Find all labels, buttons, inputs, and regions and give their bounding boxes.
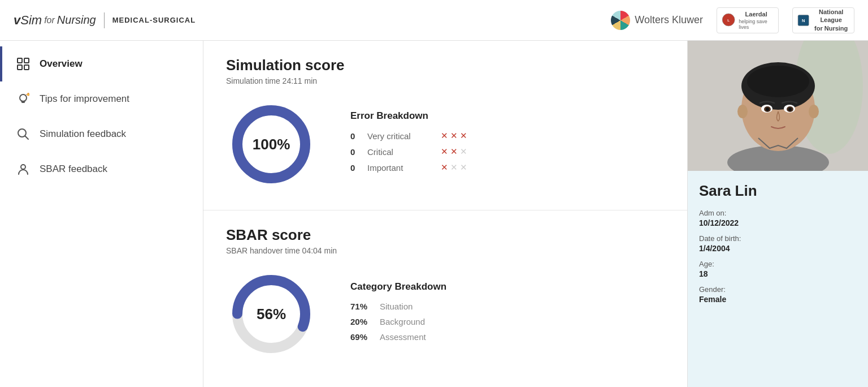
svg-rect-7 — [24, 65, 29, 70]
x-red-c1: ✕ — [441, 147, 448, 157]
x-red-3: ✕ — [460, 131, 467, 141]
x-gray-c3: ✕ — [460, 147, 467, 157]
wk-globe-icon — [611, 11, 630, 30]
x-red-c2: ✕ — [450, 147, 458, 157]
very-critical-label: Very critical — [367, 131, 435, 141]
cat-row-assessment: 69% Assessment — [350, 332, 665, 342]
x-gray-i3: ✕ — [460, 162, 467, 173]
lightbulb-icon — [16, 92, 31, 106]
adm-value: 10/12/2022 — [699, 218, 857, 227]
svg-point-33 — [766, 108, 769, 111]
svg-rect-5 — [24, 58, 29, 63]
logo-sim: Sim — [20, 13, 42, 28]
simulation-score-body: 100% Error Breakdown 0 Very critical ✕ ✕… — [226, 99, 665, 190]
assessment-pct: 69% — [350, 332, 372, 342]
search-icon — [16, 127, 31, 141]
age-label: Age: — [699, 260, 857, 268]
sidebar-label-overview: Overview — [40, 58, 83, 70]
sbar-score-body: 56% Category Breakdown 71% Situation 20%… — [226, 269, 665, 359]
logo-subtitle: MEDICAL-SURGICAL — [112, 16, 196, 24]
gender-value: Female — [699, 295, 857, 304]
svg-point-34 — [788, 108, 792, 111]
svg-text:L: L — [727, 19, 730, 23]
svg-point-26 — [747, 66, 809, 97]
simulation-score-time: Simulation time 24:11 min — [226, 76, 665, 85]
cat-row-background: 20% Background — [350, 317, 665, 326]
error-breakdown-title: Error Breakdown — [350, 110, 665, 122]
simulation-donut: 100% — [226, 99, 316, 190]
background-label: Background — [380, 317, 425, 326]
x-red-i1: ✕ — [441, 162, 448, 173]
nln-name-2: for Nursing — [813, 24, 849, 32]
sidebar-label-sbar-feedback: SBAR feedback — [40, 164, 107, 175]
svg-rect-4 — [18, 58, 22, 63]
simulation-score-title: Simulation score — [226, 57, 665, 74]
situation-label: Situation — [380, 302, 413, 311]
critical-icons: ✕ ✕ ✕ — [441, 147, 467, 157]
x-red-2: ✕ — [450, 131, 458, 141]
sbar-donut: 56% — [226, 269, 316, 359]
svg-rect-6 — [18, 65, 22, 70]
sidebar-item-overview[interactable]: Overview — [0, 46, 203, 81]
main-layout: Overview Tips for improvement — [0, 41, 868, 387]
person-icon — [16, 162, 31, 177]
simulation-score-section: Simulation score Simulation time 24:11 m… — [203, 41, 687, 210]
nln-name-1: National League — [813, 8, 849, 24]
svg-point-28 — [809, 105, 819, 118]
sbar-score-pct: 56% — [257, 306, 286, 323]
assessment-label: Assessment — [380, 332, 426, 342]
svg-point-27 — [737, 105, 748, 118]
adm-label: Adm on: — [699, 209, 857, 217]
important-icons: ✕ ✕ ✕ — [441, 162, 467, 173]
main-content: Simulation score Simulation time 24:11 m… — [203, 41, 687, 387]
sidebar-item-sbar-feedback[interactable]: SBAR feedback — [0, 152, 203, 187]
background-pct: 20% — [350, 317, 372, 326]
sbar-score-section: SBAR score SBAR handover time 04:04 min … — [203, 210, 687, 380]
svg-point-8 — [20, 94, 27, 101]
important-count: 0 — [350, 163, 362, 173]
patient-avatar-svg — [688, 41, 868, 171]
sidebar: Overview Tips for improvement — [0, 41, 203, 387]
svg-point-9 — [27, 93, 29, 96]
svg-text:N: N — [802, 18, 805, 23]
svg-point-14 — [21, 165, 25, 169]
dob-label: Date of birth: — [699, 234, 857, 243]
error-row-important: 0 Important ✕ ✕ ✕ — [350, 162, 665, 173]
laerdal-sub: helping save lives — [739, 19, 774, 30]
nln-icon: N — [797, 12, 809, 28]
important-label: Important — [367, 163, 435, 173]
error-breakdown: Error Breakdown 0 Very critical ✕ ✕ ✕ 0 … — [350, 110, 665, 178]
patient-info: Sara Lin Adm on: 10/12/2022 Date of birt… — [688, 171, 868, 387]
logo-nursing: Nursing — [57, 14, 96, 27]
very-critical-icons: ✕ ✕ ✕ — [441, 131, 467, 141]
critical-label: Critical — [367, 147, 435, 157]
wk-name: Wolters Kluwer — [635, 14, 703, 26]
header: vSimforNursing MEDICAL-SURGICAL Wolters … — [0, 0, 868, 41]
sbar-score-title: SBAR score — [226, 226, 665, 244]
sidebar-label-sim-feedback: Simulation feedback — [40, 128, 126, 140]
logo-divider — [104, 12, 105, 28]
sidebar-item-sim-feedback[interactable]: Simulation feedback — [0, 117, 203, 152]
situation-pct: 71% — [350, 302, 372, 311]
gender-label: Gender: — [699, 285, 857, 294]
brand-logo: vSimforNursing MEDICAL-SURGICAL — [14, 12, 196, 28]
cat-row-situation: 71% Situation — [350, 302, 665, 311]
logo-v: v — [14, 13, 20, 28]
sidebar-label-tips: Tips for improvement — [40, 93, 129, 105]
svg-line-13 — [25, 136, 29, 140]
wolters-kluwer-logo: Wolters Kluwer — [611, 11, 703, 30]
dob-value: 1/4/2004 — [699, 244, 857, 253]
laerdal-name: Laerdal — [739, 10, 774, 18]
partner-logos: Wolters Kluwer L Laerdal helping save li… — [611, 7, 854, 33]
sidebar-item-tips[interactable]: Tips for improvement — [0, 81, 203, 117]
error-row-very-critical: 0 Very critical ✕ ✕ ✕ — [350, 131, 665, 141]
logo-for: for — [44, 15, 55, 25]
grid-icon — [16, 57, 31, 71]
nln-logo: N National League for Nursing — [792, 7, 854, 33]
error-row-critical: 0 Critical ✕ ✕ ✕ — [350, 147, 665, 157]
category-breakdown-title: Category Breakdown — [350, 281, 665, 293]
sbar-score-time: SBAR handover time 04:04 min — [226, 246, 665, 255]
laerdal-logo: L Laerdal helping save lives — [717, 7, 779, 33]
critical-count: 0 — [350, 147, 362, 157]
laerdal-icon: L — [722, 12, 735, 28]
